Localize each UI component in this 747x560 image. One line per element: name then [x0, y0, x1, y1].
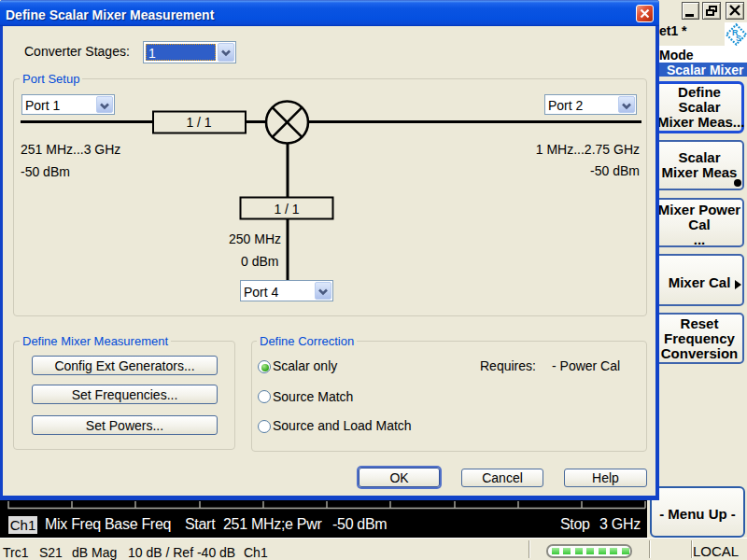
- svg-text:1 / 1: 1 / 1: [274, 202, 299, 217]
- svg-text:1 / 1: 1 / 1: [186, 115, 211, 130]
- svg-text:S: S: [736, 34, 741, 43]
